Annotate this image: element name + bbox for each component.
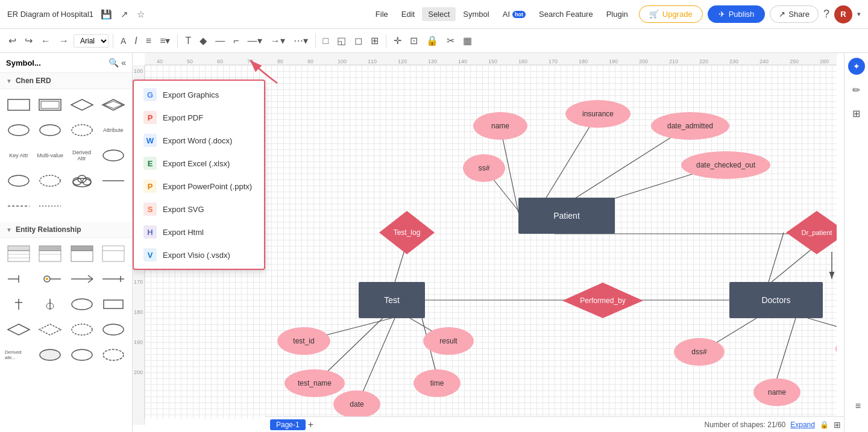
attr-date[interactable]: date xyxy=(333,390,380,418)
export-html-item[interactable]: H Export Html xyxy=(134,221,264,243)
export-excel-item[interactable]: E Export Excel (.xlsx) xyxy=(134,152,264,175)
publish-button[interactable]: ✈ Publish xyxy=(708,5,766,23)
table-btn[interactable]: ▦ xyxy=(459,33,476,49)
er-oval-outline[interactable] xyxy=(68,344,96,366)
chen-derived-attr-shape[interactable] xyxy=(68,119,96,141)
menu-file[interactable]: File xyxy=(370,7,394,21)
right-panel-settings-btn[interactable]: ≡ xyxy=(853,398,863,414)
align-btn[interactable]: ≡ xyxy=(142,33,155,49)
er-line-4[interactable] xyxy=(99,268,127,290)
chen-label-2[interactable]: Key Attr xyxy=(5,145,33,166)
shape2-btn[interactable]: ◱ xyxy=(333,33,350,49)
export-pdf-item[interactable]: P Export PDF xyxy=(134,106,264,129)
er-circle-bar[interactable] xyxy=(36,268,64,290)
attr-date-admitted[interactable]: date_admitted xyxy=(651,112,729,140)
lock-btn[interactable]: 🔒 xyxy=(423,33,442,49)
attr-doctor-name[interactable]: name xyxy=(753,378,800,406)
er-rect-1[interactable] xyxy=(99,293,127,315)
er-diamond-2[interactable] xyxy=(36,319,64,340)
unlink-btn[interactable]: ✂ xyxy=(443,33,458,49)
attr-test-name[interactable]: test_name xyxy=(285,369,345,397)
add-page-button[interactable]: + xyxy=(308,419,313,430)
er-labeled-shape[interactable]: Derived attr... xyxy=(5,344,33,366)
section-entity-relationship[interactable]: ▼ Entity Relationship xyxy=(0,222,132,238)
canvas-area[interactable]: 40 50 60 70 80 90 100 110 120 130 140 15… xyxy=(133,53,844,432)
chen-line-dotted[interactable] xyxy=(36,195,64,217)
er-ellipse-1[interactable] xyxy=(68,293,96,315)
menu-search-feature[interactable]: Search Feature xyxy=(533,7,599,21)
font-selector[interactable]: Arial xyxy=(74,34,109,48)
avatar[interactable]: R xyxy=(834,5,852,23)
upgrade-button[interactable]: 🛒 Upgrade xyxy=(639,5,703,23)
cursor-btn[interactable]: ✛ xyxy=(390,33,405,49)
test-entity[interactable]: Test xyxy=(359,282,425,318)
menu-ai[interactable]: AI hot xyxy=(497,7,532,21)
er-diamond-1[interactable] xyxy=(5,319,33,340)
chen-weak-entity-shape[interactable] xyxy=(36,94,64,116)
menu-plugin[interactable]: Plugin xyxy=(600,7,634,21)
attr-test-id[interactable]: test_id xyxy=(277,327,330,355)
attr-specialization[interactable]: Specialization xyxy=(835,335,837,363)
crop-btn[interactable]: ⊡ xyxy=(406,33,421,49)
attr-date-checked-out[interactable]: date_checked_out xyxy=(681,151,770,179)
magic-icon[interactable]: ✦ xyxy=(848,58,865,75)
line-btn[interactable]: — xyxy=(212,33,228,49)
er-line-crow[interactable] xyxy=(68,268,96,290)
chen-attr-small-3[interactable] xyxy=(36,170,64,192)
chen-assoc-shape[interactable] xyxy=(99,94,127,116)
export-word-item[interactable]: W Export Word (.docx) xyxy=(134,129,264,152)
shape3-btn[interactable]: ◻ xyxy=(351,33,366,49)
export-visio-item[interactable]: V Export Visio (.vsdx) xyxy=(134,243,264,266)
line-style-btn[interactable]: —▾ xyxy=(244,33,266,49)
fill-btn[interactable]: ◆ xyxy=(196,33,210,49)
forward-button[interactable]: → xyxy=(55,33,72,49)
er-table-2[interactable] xyxy=(36,243,64,265)
align-more-btn[interactable]: ≡▾ xyxy=(156,33,174,49)
chen-line-dashed[interactable] xyxy=(5,195,33,217)
connector-btn[interactable]: ⌐ xyxy=(230,33,242,49)
er-ellipse-solid[interactable] xyxy=(99,319,127,340)
dash-btn[interactable]: ⋯▾ xyxy=(290,33,312,49)
chen-relation-shape[interactable] xyxy=(68,94,96,116)
chen-cloud-shape[interactable] xyxy=(68,170,96,192)
er-oval-dashed[interactable] xyxy=(99,344,127,366)
attr-result[interactable]: result xyxy=(423,327,474,355)
arrow-btn[interactable]: →▾ xyxy=(267,33,289,49)
performed-by-relation[interactable]: Performed_by xyxy=(561,281,645,320)
chen-line-solid[interactable] xyxy=(99,170,127,192)
right-panel-edit-btn[interactable]: ✏ xyxy=(850,82,863,98)
layer-button[interactable]: ⊞ xyxy=(834,420,841,430)
shape-btn[interactable]: □ xyxy=(319,33,333,49)
er-line-v2[interactable] xyxy=(36,293,64,315)
section-chen-erd[interactable]: ▼ Chen ERD xyxy=(0,73,132,89)
chen-attr-shape[interactable] xyxy=(5,119,33,141)
chen-attr-small-1[interactable] xyxy=(99,145,127,166)
sidebar-collapse-button[interactable]: « xyxy=(121,58,126,67)
undo-button[interactable]: ↩ xyxy=(5,33,20,49)
redo-button[interactable]: ↪ xyxy=(21,33,36,49)
text-btn[interactable]: T xyxy=(181,33,195,49)
text-italic-btn[interactable]: I xyxy=(131,33,140,49)
dr-patient-relation[interactable]: Dr_patient xyxy=(784,208,837,257)
menu-edit[interactable]: Edit xyxy=(395,7,421,21)
right-panel-grid-btn[interactable]: ⊞ xyxy=(850,105,863,122)
er-table-1[interactable] xyxy=(5,243,33,265)
export-pptx-item[interactable]: P Export PowerPoint (.pptx) xyxy=(134,175,264,198)
export-svg-item[interactable]: S Export SVG xyxy=(134,198,264,221)
group-btn[interactable]: ⊞ xyxy=(367,33,382,49)
er-line-1[interactable] xyxy=(5,268,33,290)
chen-entity-shape[interactable] xyxy=(5,94,33,116)
er-dashed-ellipse[interactable] xyxy=(68,319,96,340)
chen-attr-small-2[interactable] xyxy=(5,170,33,192)
er-table-3[interactable] xyxy=(68,243,96,265)
expand-link[interactable]: Expand xyxy=(790,421,815,429)
sidebar-search-button[interactable]: 🔍 xyxy=(108,58,119,67)
attr-ss[interactable]: ss# xyxy=(463,154,505,182)
chen-label-4[interactable]: Derived Attr xyxy=(68,145,96,166)
chen-label-1[interactable]: Attribute xyxy=(99,119,127,141)
save-button[interactable]: 💾 xyxy=(98,8,115,21)
er-line-v1[interactable] xyxy=(5,293,33,315)
doctors-entity[interactable]: Doctors xyxy=(729,282,823,318)
back-button[interactable]: ← xyxy=(37,33,54,49)
patient-entity[interactable]: Patient xyxy=(518,198,615,234)
